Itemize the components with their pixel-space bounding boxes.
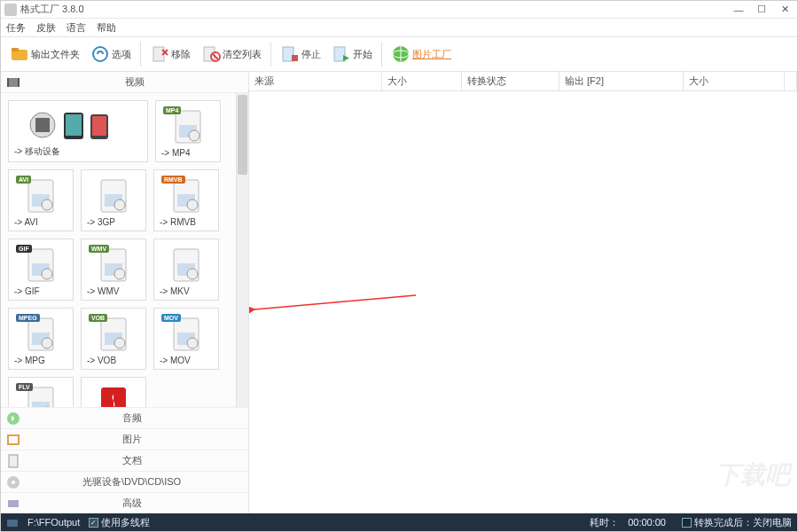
svg-rect-20	[35, 118, 50, 132]
format-tile-3gp[interactable]: -> 3GP	[81, 169, 146, 231]
format-badge: FLV	[16, 383, 33, 391]
remove-button[interactable]: 移除	[146, 43, 194, 66]
maximize-button[interactable]: ☐	[753, 3, 771, 17]
category-audio[interactable]: 音频	[1, 407, 248, 428]
format-grid: -> 移动设备MP4-> MP4AVI-> AVI-> 3GPRMVB-> RM…	[1, 93, 236, 407]
folder-icon	[10, 44, 29, 64]
format-badge: MPEG	[16, 314, 40, 322]
image-factory-button[interactable]: 图片工厂	[387, 43, 455, 66]
format-tile-label: -> AVI	[12, 217, 69, 227]
category-video-header[interactable]: 视频	[1, 72, 248, 93]
category-advanced-label: 高级	[20, 497, 243, 510]
stop-label: 停止	[301, 48, 321, 61]
svg-rect-61	[9, 436, 18, 443]
col-size2[interactable]: 大小	[684, 72, 785, 90]
format-tile-label: -> MKV	[158, 286, 215, 296]
multithread-toggle[interactable]: ✓ 使用多线程	[89, 516, 150, 529]
format-badge: WMV	[89, 245, 109, 253]
title-bar: 格式工厂 3.8.0 — ☐ ✕	[1, 1, 797, 19]
svg-point-48	[42, 338, 52, 348]
menu-language[interactable]: 语言	[66, 21, 86, 35]
menu-skin[interactable]: 皮肤	[36, 21, 56, 35]
toolbar: 输出文件夹 选项 移除 清空列表 停止 开始 图片工厂	[1, 36, 797, 72]
category-document[interactable]: 文档	[1, 450, 248, 471]
format-badge: AVI	[16, 176, 31, 184]
col-status[interactable]: 转换状态	[462, 72, 559, 90]
remove-label: 移除	[171, 48, 191, 61]
file-format-icon	[158, 243, 215, 286]
left-panel: 视频 -> 移动设备MP4-> MP4AVI-> AVI-> 3GPRMVB->…	[1, 72, 249, 513]
format-tile-label: -> MOV	[158, 356, 215, 365]
svg-point-64	[12, 481, 15, 484]
category-optical[interactable]: 光驱设备\DVD\CD\ISO	[1, 471, 248, 492]
image-factory-label: 图片工厂	[412, 48, 451, 61]
file-format-icon	[85, 381, 142, 407]
format-tile-flv[interactable]: FLV-> FLV	[8, 377, 74, 407]
close-button[interactable]: ✕	[776, 3, 794, 17]
menu-help[interactable]: 帮助	[97, 21, 116, 35]
format-badge: MP4	[163, 106, 181, 114]
svg-rect-68	[7, 520, 18, 527]
format-tile-gif[interactable]: GIF-> GIF	[8, 239, 74, 301]
menu-task[interactable]: 任务	[6, 21, 26, 35]
format-tile-[interactable]: -> 移动设备	[8, 100, 148, 162]
app-icon	[4, 4, 17, 16]
svg-point-51	[114, 338, 125, 348]
svg-point-36	[187, 200, 198, 210]
remove-icon	[150, 44, 169, 64]
format-tile-swf[interactable]: -> SWF	[81, 377, 146, 407]
task-list[interactable]	[249, 91, 797, 513]
grid-scrollbar[interactable]	[236, 93, 248, 407]
category-image[interactable]: 图片	[1, 428, 248, 450]
toolbar-separator	[140, 42, 141, 66]
menu-bar: 任务 皮肤 语言 帮助	[1, 19, 797, 36]
format-tile-label: -> MPG	[12, 356, 69, 365]
output-folder-button[interactable]: 输出文件夹	[6, 43, 83, 66]
format-badge: GIF	[16, 245, 32, 253]
video-category-icon	[6, 75, 20, 90]
format-tile-vob[interactable]: VOB-> VOB	[81, 308, 146, 370]
svg-point-27	[189, 130, 200, 141]
folder-status-icon	[6, 516, 19, 528]
format-tile-rmvb[interactable]: RMVB-> RMVB	[153, 169, 219, 231]
category-audio-label: 音频	[20, 411, 243, 425]
col-source[interactable]: 来源	[249, 72, 382, 90]
status-bar: F:\FFOutput ✓ 使用多线程 耗时： 00:00:00 转换完成后： …	[1, 513, 797, 531]
elapsed-value: 00:00:00	[628, 517, 666, 528]
clear-list-button[interactable]: 清空列表	[198, 43, 265, 66]
col-size[interactable]: 大小	[382, 72, 462, 90]
svg-marker-12	[343, 55, 349, 61]
globe-icon	[391, 44, 411, 64]
format-tile-wmv[interactable]: WMV-> WMV	[81, 239, 146, 301]
format-tile-mp4[interactable]: MP4-> MP4	[155, 100, 221, 162]
elapsed-label: 耗时：	[590, 516, 619, 529]
checkbox-icon	[682, 518, 692, 528]
col-output[interactable]: 输出 [F2]	[559, 72, 684, 90]
after-done-toggle[interactable]: 转换完成后： 关闭电脑	[682, 516, 792, 529]
minimize-button[interactable]: —	[730, 3, 747, 17]
format-tile-label: -> GIF	[12, 286, 69, 296]
format-tile-mkv[interactable]: -> MKV	[153, 239, 219, 301]
format-tile-label: -> MP4	[160, 148, 216, 158]
svg-rect-16	[7, 78, 20, 87]
format-badge: MOV	[161, 314, 181, 322]
svg-point-45	[187, 269, 198, 279]
after-done-label: 转换完成后：	[694, 516, 753, 529]
category-advanced[interactable]: 高级	[1, 492, 248, 513]
svg-rect-17	[7, 78, 9, 87]
stop-button[interactable]: 停止	[277, 43, 325, 66]
audio-category-icon	[6, 411, 20, 426]
svg-rect-18	[18, 78, 20, 87]
format-tile-avi[interactable]: AVI-> AVI	[8, 169, 74, 231]
output-path[interactable]: F:\FFOutput	[27, 517, 80, 528]
svg-rect-62	[9, 455, 18, 467]
start-button[interactable]: 开始	[328, 43, 376, 66]
svg-rect-1	[12, 48, 19, 51]
scrollbar-thumb[interactable]	[238, 95, 247, 175]
format-tile-mpg[interactable]: MPEG-> MPG	[8, 308, 74, 370]
svg-point-30	[42, 200, 52, 210]
category-optical-label: 光驱设备\DVD\CD\ISO	[20, 475, 243, 489]
options-button[interactable]: 选项	[87, 43, 135, 66]
format-tile-label: -> 3GP	[85, 217, 142, 227]
format-tile-mov[interactable]: MOV-> MOV	[153, 308, 219, 370]
